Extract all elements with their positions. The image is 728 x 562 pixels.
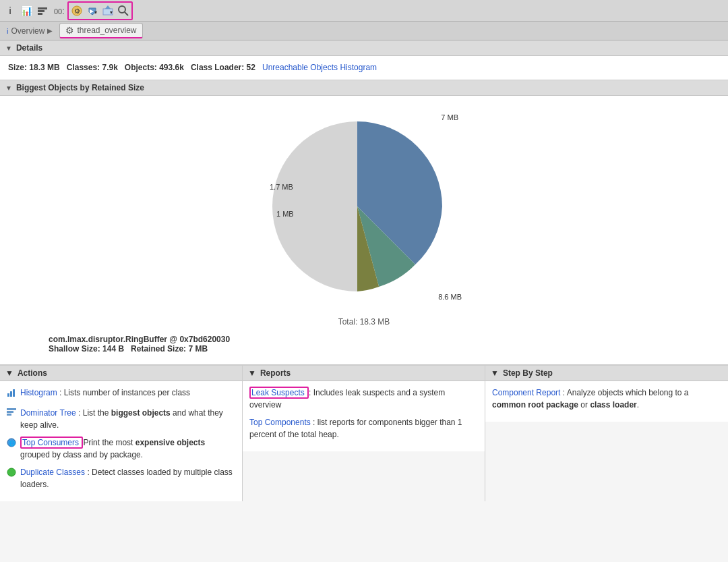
export-icon[interactable]: ▾: [100, 3, 115, 18]
svg-point-12: [119, 6, 125, 13]
action-duplicate-classes-text: Duplicate Classes : Detect classes loade…: [20, 466, 235, 490]
tab-overview[interactable]: i Overview ▶: [3, 25, 57, 37]
action-top-consumers: 🌐 Top Consumers Print the most expensive…: [7, 437, 235, 461]
stepbystep-title: Step By Step: [503, 368, 553, 378]
svg-point-22: [7, 468, 16, 476]
classloader-label: Class Loader:: [191, 63, 244, 72]
report-top-components: Top Components : list reports for compon…: [249, 416, 478, 441]
svg-text:⚙: ⚙: [74, 7, 80, 15]
dominator-toolbar-icon[interactable]: [35, 3, 50, 18]
object-name: com.lmax.disruptor.RingBuffer @ 0x7bd620…: [49, 335, 720, 344]
action-dominator: Dominator Tree : List the biggest object…: [7, 407, 235, 431]
histogram-desc: : Lists number of instances per class: [59, 388, 190, 397]
pie-chart-wrapper: 7 MB 1.7 MB 1 MB 8.6 MB Total: 18.3 MB: [249, 112, 479, 328]
objects-label: Objects:: [125, 63, 157, 72]
highlighted-toolbar-group: ⚙ ▶ ▾ ▾: [67, 1, 133, 20]
top-components-text: Top Components : list reports for compon…: [249, 416, 478, 441]
tab-bar: i Overview ▶ ⚙ thread_overview: [0, 22, 728, 40]
run-icon[interactable]: ⚙: [69, 3, 84, 18]
main-content: ▼ Details Size: 18.3 MB Classes: 7.9k Ob…: [0, 40, 728, 562]
retained-label: Retained Size:: [131, 344, 186, 354]
oql-toolbar-icon[interactable]: 001: [51, 3, 66, 18]
biggest-objects-arrow: ▼: [5, 84, 12, 92]
shallow-value: 144 B: [102, 344, 124, 354]
svg-rect-19: [7, 414, 11, 416]
info-tab-icon: i: [7, 27, 8, 35]
duplicate-classes-icon: [7, 467, 16, 481]
dominator-icon: [7, 408, 16, 422]
histogram-toolbar-icon[interactable]: 📊: [19, 3, 34, 18]
run-dropdown-icon[interactable]: ▶ ▾: [85, 3, 100, 18]
label-1mb: 1 MB: [276, 210, 294, 218]
search-toolbar-icon[interactable]: [116, 3, 131, 18]
top-components-link[interactable]: Top Components: [249, 418, 311, 427]
details-header[interactable]: ▼ Details: [0, 40, 728, 56]
action-duplicate-classes: Duplicate Classes : Detect classes loade…: [7, 466, 235, 490]
reports-header[interactable]: ▼ Reports: [243, 366, 485, 381]
actions-content: Histogram : Lists number of instances pe…: [0, 381, 242, 501]
top-consumers-link[interactable]: Top Consumers: [22, 438, 79, 447]
tab-overview-label: Overview: [11, 26, 44, 36]
top-consumers-highlight: Top Consumers: [20, 437, 83, 449]
biggest-objects-content: 7 MB 1.7 MB 1 MB 8.6 MB Total: 18.3 MB c…: [0, 96, 728, 364]
tab-arrow: ▶: [47, 27, 53, 34]
retained-value: 7 MB: [188, 344, 208, 354]
reports-arrow: ▼: [248, 368, 256, 378]
duplicate-classes-link[interactable]: Duplicate Classes: [20, 468, 85, 477]
unreachable-objects-link[interactable]: Unreachable Objects Histogram: [262, 63, 377, 72]
classes-label: Classes:: [67, 63, 100, 72]
details-section: ▼ Details Size: 18.3 MB Classes: 7.9k Ob…: [0, 40, 728, 80]
svg-text:▶: ▶: [90, 8, 94, 14]
svg-rect-16: [13, 389, 15, 397]
biggest-objects-title: Biggest Objects by Retained Size: [16, 83, 144, 92]
leak-suspects-link[interactable]: Leak Suspects: [251, 388, 305, 397]
reports-section: ▼ Reports Leak Suspects : Includes leak …: [243, 366, 485, 501]
svg-text:▾: ▾: [94, 9, 97, 16]
pie-total: Total: 18.3 MB: [249, 317, 479, 327]
label-7mb: 7 MB: [441, 113, 458, 121]
actions-arrow: ▼: [5, 368, 13, 378]
svg-marker-10: [105, 5, 111, 9]
shallow-label: Shallow Size:: [49, 344, 100, 354]
svg-rect-1: [38, 10, 44, 12]
step-component-report: Component Report : Analyze objects which…: [492, 387, 721, 411]
details-title: Details: [16, 43, 42, 53]
component-report-text: Component Report : Analyze objects which…: [492, 387, 721, 411]
size-label: Size:: [8, 63, 27, 72]
actions-header[interactable]: ▼ Actions: [0, 366, 242, 381]
action-histogram-text: Histogram : Lists number of instances pe…: [20, 387, 190, 399]
biggest-objects-header[interactable]: ▼ Biggest Objects by Retained Size: [0, 80, 728, 96]
svg-text:001: 001: [54, 7, 64, 16]
info-icon[interactable]: i: [3, 3, 18, 18]
svg-rect-17: [7, 408, 16, 410]
reports-title: Reports: [260, 368, 291, 378]
details-row: Size: 18.3 MB Classes: 7.9k Objects: 493…: [8, 61, 720, 74]
toolbar: i 📊 001 ⚙ ▶ ▾ ▾: [0, 0, 728, 22]
stepbystep-header[interactable]: ▼ Step By Step: [485, 366, 728, 381]
svg-text:▾: ▾: [110, 9, 113, 16]
action-dominator-text: Dominator Tree : List the biggest object…: [20, 407, 235, 431]
histogram-link[interactable]: Histogram: [20, 388, 57, 397]
action-histogram: Histogram : Lists number of instances pe…: [7, 387, 235, 401]
pie-chart-svg: [263, 112, 452, 301]
chart-container: 7 MB 1.7 MB 1 MB 8.6 MB Total: 18.3 MB c…: [8, 101, 720, 359]
svg-rect-14: [7, 393, 9, 397]
histogram-icon: [7, 387, 16, 401]
label-8-6mb: 8.6 MB: [438, 293, 462, 301]
tab-active-label: thread_overview: [77, 26, 136, 35]
svg-rect-15: [10, 391, 12, 397]
dominator-link[interactable]: Dominator Tree: [20, 408, 76, 418]
component-report-link[interactable]: Component Report: [492, 388, 560, 397]
tab-thread-overview[interactable]: ⚙ thread_overview: [59, 23, 142, 38]
pie-segment-8-6mb: [272, 121, 357, 291]
classes-value: 7.9k: [102, 63, 117, 72]
object-info: com.lmax.disruptor.RingBuffer @ 0x7bd620…: [8, 335, 720, 354]
stepbystep-arrow: ▼: [491, 368, 499, 378]
top-consumers-icon: 🌐: [7, 437, 16, 451]
objects-value: 493.6k: [159, 63, 184, 72]
object-size-row: Shallow Size: 144 B Retained Size: 7 MB: [49, 344, 720, 354]
report-leak-suspects: Leak Suspects : Includes leak suspects a…: [249, 387, 478, 411]
leak-suspects-text: Leak Suspects : Includes leak suspects a…: [249, 387, 478, 411]
label-1-7mb: 1.7 MB: [270, 183, 293, 191]
leak-suspects-highlight: Leak Suspects: [249, 387, 309, 399]
